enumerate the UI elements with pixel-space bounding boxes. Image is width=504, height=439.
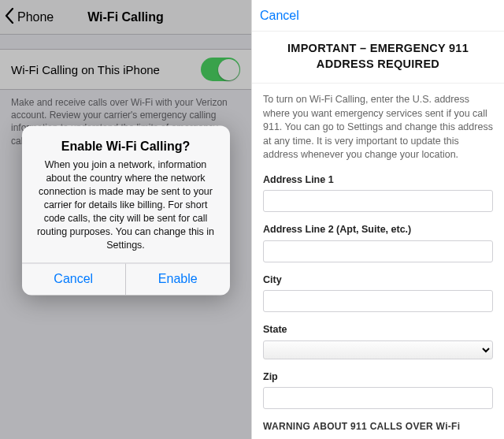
input-address1[interactable] (263, 190, 493, 212)
input-address2[interactable] (263, 240, 493, 262)
back-label: Phone (17, 10, 54, 24)
field-city: City (263, 273, 493, 313)
navbar: Phone Wi-Fi Calling (0, 0, 251, 35)
label-address2: Address Line 2 (Apt, Suite, etc.) (263, 223, 493, 237)
wifi-calling-toggle-cell[interactable]: Wi-Fi Calling on This iPhone (0, 49, 251, 90)
input-zip[interactable] (263, 387, 493, 409)
alert-title: Enable Wi-Fi Calling? (33, 140, 219, 154)
back-button[interactable]: Phone (0, 8, 54, 27)
form-body: To turn on Wi-Fi Calling, enter the U.S.… (252, 84, 504, 439)
select-state[interactable] (263, 340, 493, 359)
field-address2: Address Line 2 (Apt, Suite, etc.) (263, 223, 493, 262)
field-address1: Address Line 1 (263, 173, 493, 213)
toggle-label: Wi-Fi Calling on This iPhone (11, 63, 160, 76)
alert-message: When you join a network, information abo… (33, 159, 219, 252)
form-header: IMPORTANT – EMERGENCY 911 ADDRESS REQUIR… (252, 32, 504, 84)
toggle-switch[interactable] (201, 58, 240, 81)
alert-buttons: Cancel Enable (22, 263, 230, 296)
alert-enable-button[interactable]: Enable (126, 264, 230, 296)
warning-header: WARNING ABOUT 911 CALLS OVER Wi-Fi (263, 420, 493, 433)
field-state: State (263, 323, 493, 359)
label-zip: Zip (263, 370, 493, 385)
label-address1: Address Line 1 (263, 173, 493, 188)
address-form-screen: Cancel IMPORTANT – EMERGENCY 911 ADDRESS… (252, 0, 504, 439)
field-zip: Zip (263, 370, 493, 410)
label-state: State (263, 323, 493, 337)
settings-screen: Phone Wi-Fi Calling Wi-Fi Calling on Thi… (0, 0, 252, 439)
chevron-left-icon (5, 8, 17, 27)
enable-alert: Enable Wi-Fi Calling? When you join a ne… (22, 126, 230, 296)
cancel-button[interactable]: Cancel (260, 9, 299, 23)
alert-body: Enable Wi-Fi Calling? When you join a ne… (22, 126, 230, 263)
form-navbar: Cancel (252, 0, 504, 32)
alert-cancel-button[interactable]: Cancel (22, 264, 127, 296)
input-city[interactable] (263, 290, 493, 312)
label-city: City (263, 273, 493, 288)
form-intro: To turn on Wi-Fi Calling, enter the U.S.… (263, 93, 493, 162)
